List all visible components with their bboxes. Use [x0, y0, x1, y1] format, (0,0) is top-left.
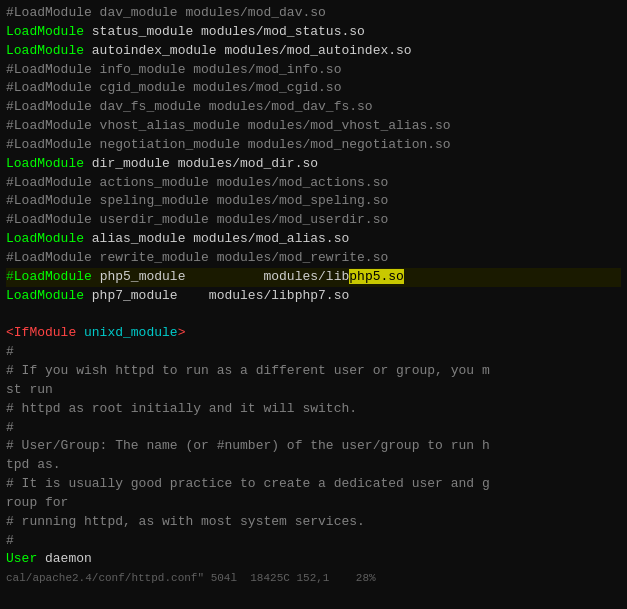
- line-20: # If you wish httpd to run as a differen…: [6, 362, 621, 381]
- line-7: #LoadModule vhost_alias_module modules/m…: [6, 117, 621, 136]
- line-5: #LoadModule cgid_module modules/mod_cgid…: [6, 79, 621, 98]
- line-13: LoadModule alias_module modules/mod_alia…: [6, 230, 621, 249]
- line-2: LoadModule status_module modules/mod_sta…: [6, 23, 621, 42]
- line-30-user: User daemon: [6, 550, 621, 569]
- line-16: LoadModule php7_module modules/libphp7.s…: [6, 287, 621, 306]
- line-19-hash: #: [6, 343, 621, 362]
- line-27: roup for: [6, 494, 621, 513]
- status-bar-line: cal/apache2.4/conf/httpd.conf" 504l 1842…: [6, 571, 621, 587]
- line-9: LoadModule dir_module modules/mod_dir.so: [6, 155, 621, 174]
- line-10: #LoadModule actions_module modules/mod_a…: [6, 174, 621, 193]
- line-11: #LoadModule speling_module modules/mod_s…: [6, 192, 621, 211]
- line-14: #LoadModule rewrite_module modules/mod_r…: [6, 249, 621, 268]
- line-26: # It is usually good practice to create …: [6, 475, 621, 494]
- line-4: #LoadModule info_module modules/mod_info…: [6, 61, 621, 80]
- line-25: tpd as.: [6, 456, 621, 475]
- line-24: # User/Group: The name (or #number) of t…: [6, 437, 621, 456]
- line-12: #LoadModule userdir_module modules/mod_u…: [6, 211, 621, 230]
- line-28: # running httpd, as with most system ser…: [6, 513, 621, 532]
- line-15-php5: #LoadModule php5_module modules/libphp5.…: [6, 268, 621, 287]
- line-22: # httpd as root initially and it will sw…: [6, 400, 621, 419]
- line-1: #LoadModule dav_module modules/mod_dav.s…: [6, 4, 621, 23]
- line-3: LoadModule autoindex_module modules/mod_…: [6, 42, 621, 61]
- line-23-hash: #: [6, 419, 621, 438]
- code-editor: #LoadModule dav_module modules/mod_dav.s…: [0, 0, 627, 609]
- line-17-empty: [6, 306, 621, 325]
- line-18-ifmodule: <IfModule unixd_module>: [6, 324, 621, 343]
- line-8: #LoadModule negotiation_module modules/m…: [6, 136, 621, 155]
- line-21: st run: [6, 381, 621, 400]
- line-29-hash: #: [6, 532, 621, 551]
- line-6: #LoadModule dav_fs_module modules/mod_da…: [6, 98, 621, 117]
